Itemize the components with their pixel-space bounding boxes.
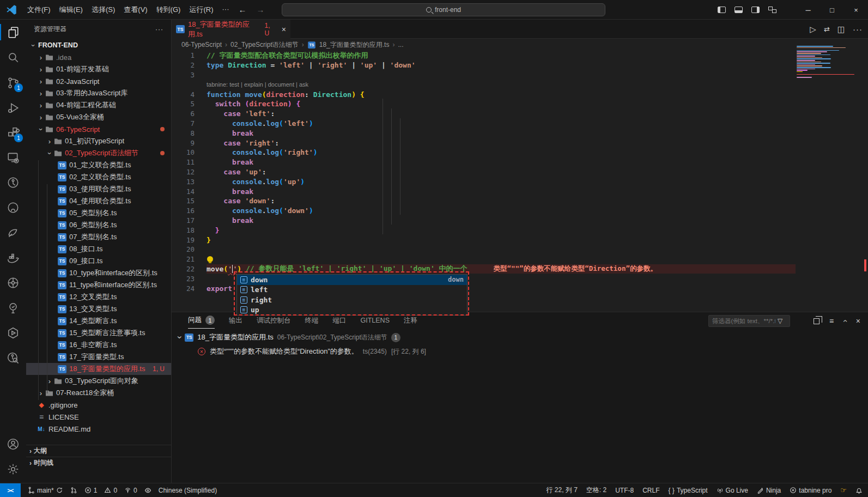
github-icon[interactable] xyxy=(0,195,26,220)
status-antenna[interactable]: 0 xyxy=(124,487,137,494)
menu-item-e[interactable]: 编辑(E) xyxy=(55,3,87,17)
status-bell[interactable] xyxy=(855,487,863,494)
tree-item[interactable]: TS16_非空断言.ts xyxy=(26,339,171,351)
section-outline[interactable]: ›大纲 xyxy=(26,445,171,457)
maximize-button[interactable]: □ xyxy=(820,0,844,20)
tree-item[interactable]: TS07_类型别名.ts xyxy=(26,231,171,243)
menu-item-v[interactable]: 查看(V) xyxy=(119,3,151,17)
status-thumb[interactable]: ☞ xyxy=(840,486,847,494)
suggest-item-left[interactable]: ≡left xyxy=(237,285,467,295)
tree-item[interactable]: TS04_使用联合类型.ts xyxy=(26,195,171,207)
tree-item[interactable]: TS14_类型断言.ts xyxy=(26,315,171,327)
sidebar-more-icon[interactable]: ··· xyxy=(155,26,163,33)
commit-search-icon[interactable] xyxy=(0,346,26,371)
editor-more-icon[interactable]: ··· xyxy=(853,25,863,34)
status-pr[interactable] xyxy=(70,487,77,494)
status-utf-8[interactable]: UTF-8 xyxy=(615,487,634,494)
toggle-panel-icon[interactable] xyxy=(735,7,743,13)
search-icon[interactable] xyxy=(0,45,26,70)
editor-tab[interactable]: TS 18_字面量类型的应用.ts 1, U × xyxy=(172,20,290,39)
suggest-item-down[interactable]: ≡downdown xyxy=(237,275,467,285)
run-all-icon[interactable]: ⇄ xyxy=(824,25,830,33)
minimize-button[interactable]: ─ xyxy=(796,0,820,20)
close-panel-icon[interactable]: × xyxy=(856,317,860,325)
tree-item[interactable]: ≡LICENSE xyxy=(26,411,171,423)
tree-item[interactable]: ◆.gitignore xyxy=(26,399,171,411)
live-share-icon[interactable] xyxy=(0,170,26,195)
status-crlf[interactable]: CRLF xyxy=(642,487,659,494)
source-control-icon[interactable]: 1 xyxy=(0,70,26,95)
tree-item[interactable]: ›02-JavaScript xyxy=(26,75,171,87)
maximize-panel-icon[interactable]: › xyxy=(840,320,849,323)
tree-item[interactable]: TS01_定义联合类型.ts xyxy=(26,159,171,171)
code-editor[interactable]: 1// 字面量类型配合联合类型可以模拟出枚举的作用2type Direction… xyxy=(172,51,868,312)
tab-close-icon[interactable]: × xyxy=(282,25,286,34)
autocomplete-dropdown[interactable]: ≡downdown≡left≡right≡up xyxy=(236,274,468,316)
tree-item[interactable]: TS02_定义联合类型.ts xyxy=(26,171,171,183)
breadcrumb-item[interactable]: 02_TypeScript语法细节 xyxy=(230,40,299,50)
tree-item[interactable]: ›07-React18全家桶 xyxy=(26,387,171,399)
problems-file-row[interactable]: › TS 18_字面量类型的应用.ts 06-TypeScript\02_Typ… xyxy=(172,331,400,344)
status-chinese--simplified-[interactable]: Chinese (Simplified) xyxy=(159,487,217,494)
settings-gear-icon[interactable] xyxy=(0,457,26,482)
toggle-sidebar-icon[interactable] xyxy=(718,7,726,13)
codelens-tabnine[interactable]: tabnine: test | explain | document | ask xyxy=(172,80,796,89)
tree-item[interactable]: TS03_使用联合类型.ts xyxy=(26,183,171,195)
customize-layout-icon[interactable] xyxy=(768,7,776,13)
hexagon-play-icon[interactable] xyxy=(0,320,26,346)
tree-item[interactable]: ›01_初识TypeScript xyxy=(26,135,171,147)
menu-item-r[interactable]: 运行(R) xyxy=(185,3,217,17)
status-broadcast[interactable]: Go Live xyxy=(717,487,748,494)
project-tree-icon[interactable] xyxy=(0,295,26,320)
tree-item[interactable]: TS13_交叉类型.ts xyxy=(26,303,171,315)
tree-item[interactable]: ›04-前端工程化基础 xyxy=(26,99,171,111)
toggle-secondary-sidebar-icon[interactable] xyxy=(751,7,760,13)
tree-item[interactable]: TS06_类型别名.ts xyxy=(26,219,171,231)
filter-input[interactable] xyxy=(712,318,775,324)
minimap[interactable] xyxy=(797,46,858,84)
tree-item[interactable]: TS12_交叉类型.ts xyxy=(26,291,171,303)
tree-item[interactable]: ›FRONT-END xyxy=(26,39,171,51)
suggest-item-up[interactable]: ≡up xyxy=(237,305,467,316)
status---22----7[interactable]: 行 22, 列 7 xyxy=(546,486,577,495)
tree-item[interactable]: ›03_TypeScript面向对象 xyxy=(26,375,171,387)
run-icon[interactable]: ▷ xyxy=(810,25,816,34)
section-timeline[interactable]: ›时间线 xyxy=(26,457,171,469)
status-pen[interactable]: Ninja xyxy=(757,487,781,494)
command-center-search[interactable]: front-end xyxy=(282,3,605,16)
tree-item[interactable]: ›05-Vue3全家桶 xyxy=(26,111,171,123)
collapse-all-icon[interactable]: ≡ xyxy=(829,317,834,325)
menu-item-g[interactable]: 转到(G) xyxy=(152,3,185,17)
forward-arrow-icon[interactable]: → xyxy=(251,5,269,14)
breadcrumb-item[interactable]: 06-TypeScript xyxy=(181,41,222,49)
problems-filter[interactable]: ▽ xyxy=(708,315,790,327)
leaf-tools-icon[interactable] xyxy=(0,220,26,245)
status-warn[interactable]: 0 xyxy=(104,487,117,494)
lightbulb-icon[interactable] xyxy=(207,256,213,262)
kubernetes-icon[interactable] xyxy=(0,270,26,295)
tree-item[interactable]: TS10_type和interface的区别.ts xyxy=(26,267,171,279)
tree-item[interactable]: ›.idea xyxy=(26,51,171,63)
tree-item[interactable]: ›01-前端开发基础 xyxy=(26,63,171,75)
status-tabnine[interactable]: tabnine pro xyxy=(790,487,831,494)
remote-explorer-icon[interactable] xyxy=(0,145,26,170)
view-as-table-icon[interactable] xyxy=(814,318,820,324)
problem-error-row[interactable]: × 类型“""”的参数不能赋给类型“Direction”的参数。 ts(2345… xyxy=(172,345,426,358)
menu-item-s[interactable]: 选择(S) xyxy=(87,3,119,17)
tree-item[interactable]: ›03-常用的JavaScript库 xyxy=(26,87,171,99)
tree-item[interactable]: TS08_接口.ts xyxy=(26,243,171,255)
close-button[interactable]: × xyxy=(844,0,868,20)
suggest-item-right[interactable]: ≡right xyxy=(237,295,467,305)
tree-item[interactable]: TS11_type和interface的区别.ts xyxy=(26,279,171,291)
breadcrumb-item[interactable]: ... xyxy=(398,41,403,49)
remote-indicator[interactable]: >< xyxy=(0,483,21,497)
tree-item[interactable]: TS15_类型断言注意事项.ts xyxy=(26,327,171,339)
breadcrumb-item[interactable]: 18_字面量类型的应用.ts xyxy=(319,40,390,50)
status-braces[interactable]: { }TypeScript xyxy=(669,487,708,494)
tree-item[interactable]: ›06-TypeScript xyxy=(26,123,171,135)
docker-icon[interactable] xyxy=(0,245,26,270)
status-err[interactable]: 1 xyxy=(84,487,98,494)
run-debug-icon[interactable] xyxy=(0,95,26,120)
menu-item-[interactable]: ··· xyxy=(217,3,233,17)
files-icon[interactable] xyxy=(0,20,26,45)
